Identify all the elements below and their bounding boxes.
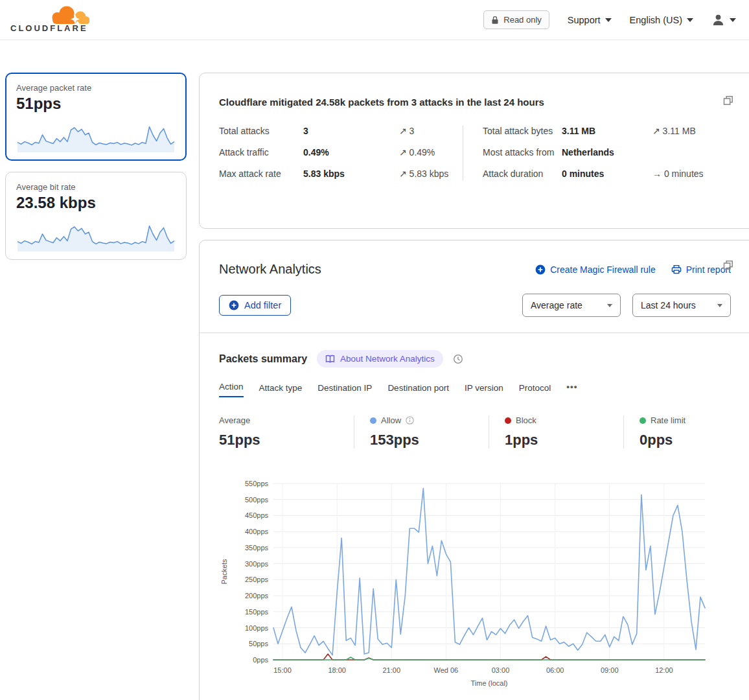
stat-value: Netherlands bbox=[562, 146, 646, 159]
read-only-badge[interactable]: Read only bbox=[483, 10, 549, 29]
page-title: Network Analytics bbox=[219, 262, 321, 277]
stat-label: Rate limit bbox=[651, 415, 686, 425]
language-label: English (US) bbox=[630, 15, 682, 25]
top-bar-menu: Read only Support English (US) bbox=[483, 10, 736, 29]
packets-chart: 0pps50pps100pps150pps200pps250pps300pps3… bbox=[219, 476, 740, 694]
stat-rate-limit: Rate limit 0pps bbox=[623, 415, 749, 449]
book-icon bbox=[325, 355, 335, 364]
packets-time-series-chart[interactable]: 0pps50pps100pps150pps200pps250pps300pps3… bbox=[219, 476, 709, 691]
info-icon[interactable] bbox=[406, 416, 414, 425]
svg-text:Time (local): Time (local) bbox=[470, 679, 507, 687]
tab-ip-version[interactable]: IP version bbox=[465, 383, 503, 397]
tab-attack-type[interactable]: Attack type bbox=[259, 383, 303, 397]
lock-icon bbox=[491, 16, 499, 25]
stat-value: 0 minutes bbox=[562, 167, 646, 181]
summary-stats-left: Total attacks 3 ↗ 3 Attack traffic 0.49%… bbox=[219, 124, 460, 181]
vertical-divider bbox=[463, 126, 463, 181]
series-dot bbox=[640, 417, 646, 424]
svg-text:50pps: 50pps bbox=[249, 640, 268, 648]
svg-text:200pps: 200pps bbox=[245, 592, 269, 600]
create-magic-firewall-rule-link[interactable]: Create Magic Firewall rule bbox=[535, 264, 656, 275]
plus-circle-icon bbox=[229, 300, 239, 310]
print-report-link[interactable]: Print report bbox=[671, 264, 731, 275]
summary-stats-right: Total attack bytes 3.11 MB ↗ 3.11 MB Mos… bbox=[483, 124, 704, 181]
plus-circle-icon bbox=[535, 264, 546, 275]
logo-wordmark: CLOUDFLARE bbox=[10, 23, 88, 33]
metric-sidebar: Average packet rate 51pps Average bit ra… bbox=[5, 73, 187, 271]
chevron-down-icon bbox=[687, 18, 693, 25]
stat-label: Max attack rate bbox=[219, 167, 297, 181]
account-menu[interactable] bbox=[711, 13, 736, 27]
svg-text:Packets: Packets bbox=[220, 559, 228, 585]
analytics-header: Network Analytics Create Magic Firewall … bbox=[200, 240, 749, 333]
bit-rate-sparkline bbox=[16, 216, 176, 252]
tab-protocol[interactable]: Protocol bbox=[519, 383, 551, 397]
support-menu[interactable]: Support bbox=[568, 15, 612, 25]
tab-destination-port[interactable]: Destination port bbox=[387, 383, 449, 397]
popout-icon[interactable] bbox=[723, 260, 733, 273]
stat-label: Total attack bytes bbox=[483, 124, 555, 138]
dimension-tabs: Action Attack type Destination IP Destin… bbox=[219, 382, 740, 397]
about-network-analytics-badge[interactable]: About Network Analytics bbox=[317, 350, 443, 368]
svg-text:350pps: 350pps bbox=[245, 544, 269, 552]
language-menu[interactable]: English (US) bbox=[630, 15, 693, 25]
svg-text:150pps: 150pps bbox=[245, 608, 269, 616]
cloudflare-logo[interactable]: CLOUDFLARE bbox=[10, 4, 89, 36]
top-bar: CLOUDFLARE Read only Support English (US… bbox=[0, 0, 749, 40]
chevron-down-icon bbox=[605, 18, 612, 25]
tab-destination-ip[interactable]: Destination IP bbox=[317, 383, 372, 397]
series-dot bbox=[505, 417, 511, 424]
svg-text:03:00: 03:00 bbox=[492, 666, 510, 674]
metric-select[interactable]: Average rate bbox=[522, 294, 621, 317]
svg-text:12:00: 12:00 bbox=[655, 666, 673, 674]
stat-label: Most attacks from bbox=[483, 146, 555, 159]
more-tabs-ellipsis[interactable]: ••• bbox=[566, 382, 577, 397]
sidebar-card-packet-rate[interactable]: Average packet rate 51pps bbox=[5, 73, 187, 161]
svg-text:Wed 06: Wed 06 bbox=[434, 666, 459, 674]
main-column: Cloudflare mitigated 24.58k packets from… bbox=[199, 73, 749, 700]
svg-text:06:00: 06:00 bbox=[546, 666, 564, 674]
popout-icon[interactable] bbox=[723, 95, 733, 108]
stat-value: 0pps bbox=[640, 432, 748, 449]
stat-trend: → 0 minutes bbox=[652, 167, 704, 181]
network-analytics-card: Network Analytics Create Magic Firewall … bbox=[199, 240, 749, 700]
stat-label: Block bbox=[516, 415, 536, 425]
stat-label: Attack duration bbox=[483, 167, 555, 181]
support-label: Support bbox=[568, 15, 601, 25]
stat-block: Block 1pps bbox=[489, 415, 623, 449]
selected-value: Average rate bbox=[531, 300, 582, 310]
button-label: Add filter bbox=[244, 300, 281, 310]
svg-text:500pps: 500pps bbox=[245, 496, 269, 504]
section-title: Packets summary bbox=[219, 353, 307, 365]
stat-value: 3.11 MB bbox=[562, 124, 646, 138]
packet-stats-row: Average 51pps Allow 153pps bbox=[219, 415, 740, 449]
chevron-down-icon bbox=[717, 304, 722, 310]
attack-summary-card: Cloudflare mitigated 24.58k packets from… bbox=[199, 73, 749, 229]
tab-action[interactable]: Action bbox=[219, 382, 244, 397]
badge-label: About Network Analytics bbox=[340, 354, 435, 364]
stat-value: 5.83 kbps bbox=[303, 167, 393, 181]
svg-text:100pps: 100pps bbox=[245, 624, 269, 632]
stat-trend: ↗ 0.49% bbox=[399, 146, 460, 159]
stat-value: 3 bbox=[303, 124, 393, 138]
time-range-select[interactable]: Last 24 hours bbox=[632, 294, 731, 317]
series-dot bbox=[370, 417, 376, 424]
sidebar-card-bit-rate[interactable]: Average bit rate 23.58 kbps bbox=[5, 172, 187, 260]
metric-value: 51pps bbox=[16, 95, 176, 113]
read-only-label: Read only bbox=[503, 15, 542, 25]
svg-text:18:00: 18:00 bbox=[328, 666, 346, 674]
stat-allow: Allow 153pps bbox=[354, 415, 489, 449]
svg-text:400pps: 400pps bbox=[245, 528, 269, 535]
stat-trend: ↗ 3.11 MB bbox=[652, 124, 704, 138]
chevron-down-icon bbox=[730, 18, 736, 25]
svg-text:450pps: 450pps bbox=[245, 511, 269, 519]
stat-trend: ↗ 5.83 kbps bbox=[399, 167, 460, 181]
stat-label: Allow bbox=[381, 415, 401, 425]
summary-stats: Total attacks 3 ↗ 3 Attack traffic 0.49%… bbox=[219, 124, 740, 181]
stat-value: 0.49% bbox=[303, 146, 393, 159]
history-clock-icon[interactable] bbox=[453, 354, 463, 364]
svg-text:21:00: 21:00 bbox=[383, 666, 401, 674]
add-filter-button[interactable]: Add filter bbox=[219, 295, 291, 316]
stat-average: Average 51pps bbox=[219, 415, 354, 449]
link-label: Create Magic Firewall rule bbox=[550, 264, 656, 275]
